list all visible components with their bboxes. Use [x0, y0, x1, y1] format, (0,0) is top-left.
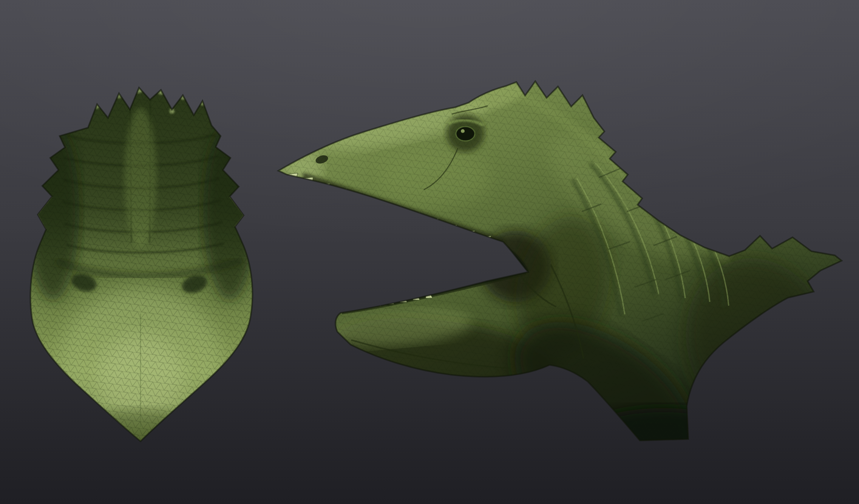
dinosaur-head-side-view-model[interactable] [278, 76, 854, 502]
dinosaur-head-front-view-model[interactable] [26, 77, 261, 459]
wireframe-overlay-side [278, 81, 842, 441]
sculpt-viewport[interactable] [0, 0, 859, 504]
viewport-canvas [0, 0, 859, 504]
